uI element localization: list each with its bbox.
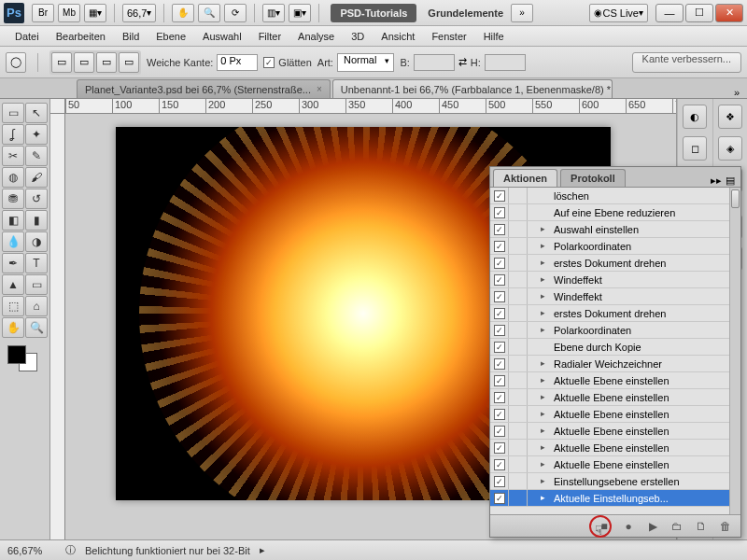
hand-tool-button[interactable]: ✋ (172, 4, 194, 22)
ruler-horizontal[interactable]: 5010015020025030035040045050055060065070… (65, 99, 676, 114)
zoom-dropdown[interactable]: 66,7 ▾ (122, 4, 156, 22)
action-toggle-checkbox[interactable]: ✓ (490, 255, 509, 271)
action-dialog-toggle[interactable] (509, 423, 528, 439)
window-close[interactable]: ✕ (715, 4, 743, 22)
refine-edge-button[interactable]: Kante verbessern... (632, 52, 741, 73)
tab-aktionen[interactable]: Aktionen (493, 169, 557, 187)
action-dialog-toggle[interactable] (509, 456, 528, 472)
close-icon[interactable]: × (317, 84, 322, 94)
action-row[interactable]: ✓Aktuelle Ebene einstellen (490, 456, 729, 473)
screen-mode-button[interactable]: ▣▾ (289, 4, 311, 22)
tabbar-overflow[interactable]: » (726, 87, 747, 98)
action-toggle-checkbox[interactable]: ✓ (490, 322, 509, 338)
minibridge-button[interactable]: Mb (58, 4, 80, 22)
masks-panel-icon[interactable]: ◻ (683, 136, 707, 161)
action-dialog-toggle[interactable] (509, 188, 528, 203)
stop-button[interactable]: ■ (597, 519, 612, 534)
action-row[interactable]: ✓Einstellungsebene erstellen (490, 473, 729, 490)
move-tool[interactable]: ↖ (25, 103, 48, 123)
new-action-button[interactable]: 🗋 (694, 519, 709, 534)
action-row[interactable]: ✓Polarkoordinaten (490, 322, 729, 339)
action-toggle-checkbox[interactable]: ✓ (490, 389, 509, 405)
action-dialog-toggle[interactable] (509, 204, 528, 220)
panel-scrollbar[interactable] (729, 188, 740, 514)
action-toggle-checkbox[interactable]: ✓ (490, 188, 509, 203)
rotate-view-button[interactable]: ⟳ (224, 4, 247, 22)
menu-datei[interactable]: Datei (7, 29, 47, 44)
panel-collapse-icon[interactable]: ▸▸ (711, 175, 722, 187)
action-row[interactable]: ✓Windeffekt (490, 288, 729, 305)
eraser-tool[interactable]: ◧ (2, 210, 24, 231)
record-button[interactable]: ● (621, 519, 636, 534)
action-dialog-toggle[interactable] (509, 305, 528, 321)
action-dialog-toggle[interactable] (509, 272, 528, 287)
zoom-tool-button[interactable]: 🔍 (198, 4, 220, 22)
action-row[interactable]: ✓Aktuelle Ebene einstellen (490, 406, 729, 423)
new-set-button[interactable]: 🗀 (669, 519, 684, 534)
antialias-checkbox[interactable]: ✓ (263, 57, 275, 68)
menu-3d[interactable]: 3D (344, 29, 372, 44)
action-row[interactable]: ✓Ebene durch Kopie (490, 339, 729, 356)
action-toggle-checkbox[interactable]: ✓ (490, 238, 509, 254)
dodge-tool[interactable]: ◑ (25, 231, 48, 252)
foreground-swatch[interactable] (7, 345, 26, 364)
action-dialog-toggle[interactable] (509, 406, 528, 422)
clone-stamp-tool[interactable]: ⛃ (2, 189, 24, 209)
action-toggle-checkbox[interactable]: ✓ (490, 356, 509, 371)
view-extras-button[interactable]: ▦▾ (84, 4, 106, 22)
bridge-button[interactable]: Br (32, 4, 54, 22)
menu-analyse[interactable]: Analyse (290, 29, 342, 44)
adjustments-panel-icon[interactable]: ◐ (683, 105, 707, 129)
document-tab[interactable]: Planet_Variante3.psd bei 66,7% (Sternens… (77, 79, 331, 98)
action-dialog-toggle[interactable] (509, 322, 528, 338)
menu-ansicht[interactable]: Ansicht (374, 29, 422, 44)
status-chevron-icon[interactable]: ▸ (260, 544, 265, 556)
ruler-vertical[interactable] (50, 114, 65, 539)
action-row[interactable]: ✓Aktuelle Ebene einstellen (490, 389, 729, 406)
action-dialog-toggle[interactable] (509, 490, 528, 506)
action-toggle-checkbox[interactable]: ✓ (490, 473, 509, 489)
menu-hilfe[interactable]: Hilfe (476, 29, 512, 44)
menu-auswahl[interactable]: Auswahl (195, 29, 249, 44)
intersect-selection-icon[interactable]: ▭ (119, 52, 139, 73)
menu-ebene[interactable]: Ebene (148, 29, 193, 44)
action-row[interactable]: ✓Aktuelle Einstellungseb... (490, 490, 729, 507)
action-row[interactable]: ✓Radialer Weichzeichner (490, 356, 729, 372)
action-toggle-checkbox[interactable]: ✓ (490, 440, 509, 455)
status-zoom[interactable]: 66,67% (7, 545, 56, 556)
history-brush-tool[interactable]: ↺ (25, 189, 48, 209)
subtract-selection-icon[interactable]: ▭ (96, 52, 117, 73)
action-toggle-checkbox[interactable]: ✓ (490, 272, 509, 287)
action-toggle-checkbox[interactable]: ✓ (490, 490, 509, 506)
workspace-secondary[interactable]: Grundelemente (428, 7, 503, 19)
action-row[interactable]: ✓Windeffekt (490, 272, 729, 288)
blur-tool[interactable]: 💧 (2, 231, 24, 252)
swap-wh-icon[interactable]: ⇄ (458, 56, 467, 68)
action-toggle-checkbox[interactable]: ✓ (490, 372, 509, 388)
action-dialog-toggle[interactable] (509, 440, 528, 455)
cslive-button[interactable]: ◉ CS Live ▾ (589, 4, 648, 22)
pen-tool[interactable]: ✒ (2, 253, 24, 273)
workspace-more[interactable]: » (511, 4, 533, 22)
magic-wand-tool[interactable]: ✦ (25, 124, 48, 145)
workspace-primary[interactable]: PSD-Tutorials (331, 4, 416, 22)
action-toggle-checkbox[interactable]: ✓ (490, 288, 509, 304)
zoom-tool[interactable]: 🔍 (25, 317, 48, 338)
channels-panel-icon[interactable]: ◈ (718, 136, 742, 161)
style-select[interactable]: Normal (337, 53, 394, 72)
panel-menu-icon[interactable]: ▤ (726, 175, 735, 187)
action-row[interactable]: ✓Auswahl einstellen (490, 221, 729, 238)
window-minimize[interactable]: — (655, 4, 684, 22)
action-row[interactable]: ✓erstes Dokument drehen (490, 255, 729, 272)
action-toggle-checkbox[interactable]: ✓ (490, 204, 509, 220)
window-maximize[interactable]: ☐ (685, 4, 713, 22)
new-selection-icon[interactable]: ▭ (51, 52, 72, 73)
action-dialog-toggle[interactable] (509, 221, 528, 237)
gradient-tool[interactable]: ▮ (25, 210, 48, 231)
feather-input[interactable]: 0 Px (217, 54, 258, 71)
layers-panel-icon[interactable]: ❖ (718, 105, 742, 129)
type-tool[interactable]: T (25, 253, 48, 273)
crop-tool[interactable]: ✂ (2, 146, 24, 166)
action-dialog-toggle[interactable] (509, 238, 528, 254)
action-row[interactable]: ✓erstes Dokument drehen (490, 305, 729, 322)
